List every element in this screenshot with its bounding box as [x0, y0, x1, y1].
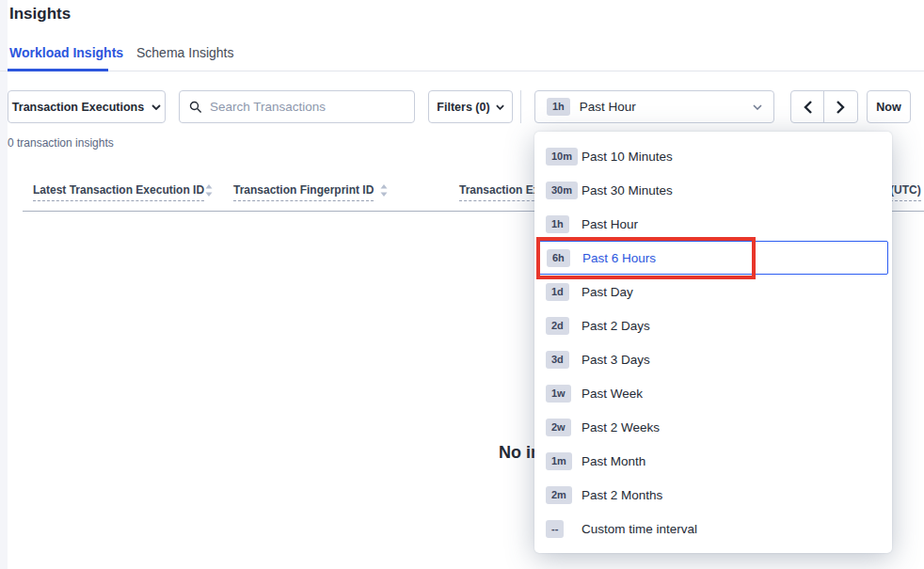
time-badge-slot: 1m [546, 451, 581, 470]
time-badge: 1m [546, 452, 572, 470]
next-interval-button[interactable] [824, 91, 857, 122]
column-header-transaction-fingerprint-id[interactable]: Transaction Fingerprint ID [233, 183, 374, 201]
time-badge-slot: 6h [547, 248, 582, 267]
time-option-past-10-minutes[interactable]: 10m Past 10 Minutes [534, 139, 892, 173]
time-option-label: Past 6 Hours [582, 251, 656, 265]
time-option-past-month[interactable]: 1m Past Month [534, 444, 892, 478]
chevron-right-icon [836, 101, 845, 114]
filters-button-label: Filters (0) [437, 101, 489, 114]
tabs-divider [0, 71, 924, 71]
filters-button[interactable]: Filters (0) [428, 90, 513, 123]
time-option-label: Past 3 Days [581, 353, 650, 367]
time-badge-slot: 1d [546, 282, 581, 301]
chevron-left-icon [804, 101, 812, 114]
time-option-past-3-days[interactable]: 3d Past 3 Days [534, 342, 892, 376]
time-badge: 10m [546, 148, 578, 166]
previous-interval-button[interactable] [791, 91, 824, 122]
time-badge: 6h [547, 249, 570, 267]
time-badge-slot: 2m [546, 485, 581, 504]
insights-count: 0 transaction insights [8, 136, 114, 150]
column-header-utc[interactable]: (UTC) [890, 183, 921, 201]
time-badge: -- [546, 520, 564, 538]
time-option-custom-time-interval[interactable]: -- Custom time interval [534, 512, 892, 545]
time-option-label: Past Day [581, 285, 633, 299]
time-badge: 2m [546, 486, 572, 504]
time-badge-slot: 2w [546, 418, 581, 436]
time-badge: 2d [546, 317, 569, 335]
workload-type-select[interactable]: Transaction Executions [8, 90, 166, 123]
search-container [179, 90, 415, 123]
time-interval-dropdown: 10m Past 10 Minutes 30m Past 30 Minutes … [534, 132, 892, 553]
time-option-label: Past 30 Minutes [581, 183, 673, 198]
time-badge-slot: 2d [546, 316, 581, 335]
active-tab-underline [8, 69, 108, 71]
time-badge-slot: 1w [546, 384, 581, 403]
column-header-transaction-execution[interactable]: Transaction Ex [459, 183, 539, 201]
time-option-label: Custom time interval [581, 522, 697, 536]
search-icon [189, 101, 202, 114]
time-option-past-week[interactable]: 1w Past Week [534, 376, 892, 410]
chevron-down-icon [151, 104, 161, 110]
time-option-past-2-weeks[interactable]: 2w Past 2 Weeks [534, 410, 892, 444]
time-option-past-day[interactable]: 1d Past Day [534, 275, 892, 308]
time-badge: 2w [546, 419, 571, 436]
time-badge: 1d [546, 283, 569, 301]
time-option-past-30-minutes[interactable]: 30m Past 30 Minutes [534, 173, 892, 207]
time-badge: 1w [546, 385, 571, 403]
page-title: Insights [9, 5, 71, 24]
time-option-label: Past 2 Weeks [581, 420, 660, 435]
time-badge-slot: 30m [546, 181, 581, 199]
time-interval-label: Past Hour [580, 100, 636, 114]
chevron-down-icon [496, 104, 504, 110]
time-option-label: Past Month [581, 454, 645, 468]
workload-type-select-label: Transaction Executions [12, 101, 144, 114]
time-option-label: Past 2 Months [581, 488, 662, 502]
time-badge: 1h [546, 215, 569, 233]
sort-icon[interactable] [205, 184, 213, 197]
time-badge-slot: 3d [546, 350, 581, 369]
time-badge: 30m [546, 182, 578, 199]
time-nav-group [790, 90, 858, 123]
sort-icon[interactable] [380, 184, 388, 197]
time-option-label: Past Hour [581, 217, 638, 231]
time-badge-slot: 1h [546, 214, 581, 233]
time-option-label: Past Week [581, 387, 643, 401]
time-badge-slot: -- [546, 519, 581, 538]
time-option-past-hour[interactable]: 1h Past Hour [534, 207, 892, 241]
time-interval-picker[interactable]: 1h Past Hour [534, 90, 774, 123]
time-interval-badge: 1h [547, 98, 570, 116]
time-option-label: Past 10 Minutes [581, 150, 673, 164]
time-option-past-2-months[interactable]: 2m Past 2 Months [534, 478, 892, 512]
now-button[interactable]: Now [867, 90, 911, 123]
tab-workload-insights[interactable]: Workload Insights [9, 45, 123, 60]
time-option-label: Past 2 Days [581, 319, 650, 333]
time-badge: 3d [546, 351, 569, 369]
search-input[interactable] [210, 100, 405, 114]
time-option-past-2-days[interactable]: 2d Past 2 Days [534, 308, 892, 342]
page-gutter [0, 0, 8, 569]
time-option-past-6-hours[interactable]: 6h Past 6 Hours [538, 241, 888, 275]
chevron-down-icon [753, 104, 762, 110]
column-header-latest-transaction-execution-id[interactable]: Latest Transaction Execution ID [33, 183, 204, 201]
toolbar-divider [520, 90, 521, 123]
tab-schema-insights[interactable]: Schema Insights [136, 45, 234, 60]
time-badge-slot: 10m [546, 147, 581, 166]
